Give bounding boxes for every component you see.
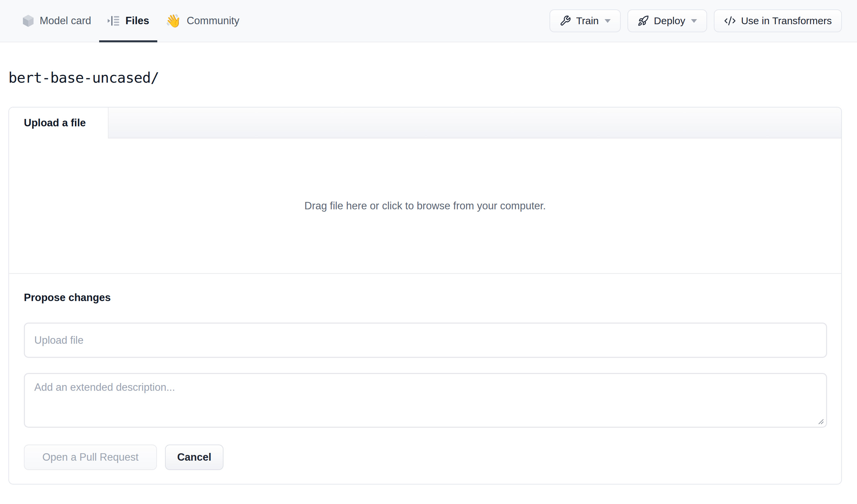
- use-in-transformers-label: Use in Transformers: [741, 15, 832, 27]
- tab-upload-a-file-label: Upload a file: [24, 117, 86, 129]
- upload-panel: Upload a file Drag file here or click to…: [9, 107, 842, 485]
- tab-model-card[interactable]: Model card: [17, 0, 99, 42]
- tab-files[interactable]: Files: [99, 0, 157, 42]
- train-button-label: Train: [576, 15, 599, 27]
- resize-handle-icon[interactable]: [818, 419, 824, 424]
- code-icon: [724, 15, 736, 27]
- tabbar-filler: [108, 107, 841, 138]
- tab-upload-a-file[interactable]: Upload a file: [9, 107, 108, 138]
- file-dropzone[interactable]: Drag file here or click to browse from y…: [9, 138, 841, 274]
- list-tree-icon: [107, 15, 120, 27]
- cube-icon: [22, 14, 34, 28]
- tab-community[interactable]: 👋 Community: [157, 0, 247, 42]
- rocket-icon: [638, 15, 649, 27]
- upload-file-input[interactable]: [24, 322, 827, 358]
- repo-path: bert-base-uncased/: [9, 69, 857, 86]
- propose-changes-heading: Propose changes: [24, 291, 827, 305]
- deploy-button[interactable]: Deploy: [627, 10, 707, 32]
- use-in-transformers-button[interactable]: Use in Transformers: [714, 10, 842, 32]
- extended-description-textarea[interactable]: [24, 373, 827, 428]
- tab-community-label: Community: [186, 15, 239, 27]
- tab-files-label: Files: [125, 15, 149, 27]
- upload-panel-tabbar: Upload a file: [9, 107, 841, 138]
- model-nav-bar: Model card Files 👋 Community Train: [0, 0, 857, 42]
- description-field-wrapper: [24, 373, 827, 428]
- nav-actions: Train Deploy Use in Transformers: [550, 0, 842, 42]
- cancel-button-label: Cancel: [177, 451, 212, 463]
- propose-actions-row: Open a Pull Request Cancel: [24, 444, 827, 470]
- chevron-down-icon: [605, 19, 611, 23]
- train-button[interactable]: Train: [550, 10, 620, 32]
- open-pull-request-button[interactable]: Open a Pull Request: [24, 444, 157, 470]
- deploy-button-label: Deploy: [654, 15, 685, 27]
- open-pull-request-label: Open a Pull Request: [43, 451, 138, 463]
- cancel-button[interactable]: Cancel: [165, 444, 223, 470]
- dropzone-hint-text: Drag file here or click to browse from y…: [304, 200, 546, 212]
- chevron-down-icon: [691, 19, 697, 23]
- wrench-icon: [559, 15, 571, 27]
- propose-changes-section: Propose changes Open a Pull Request Canc…: [9, 274, 841, 484]
- waving-hand-emoji: 👋: [165, 14, 181, 27]
- tab-model-card-label: Model card: [40, 15, 91, 27]
